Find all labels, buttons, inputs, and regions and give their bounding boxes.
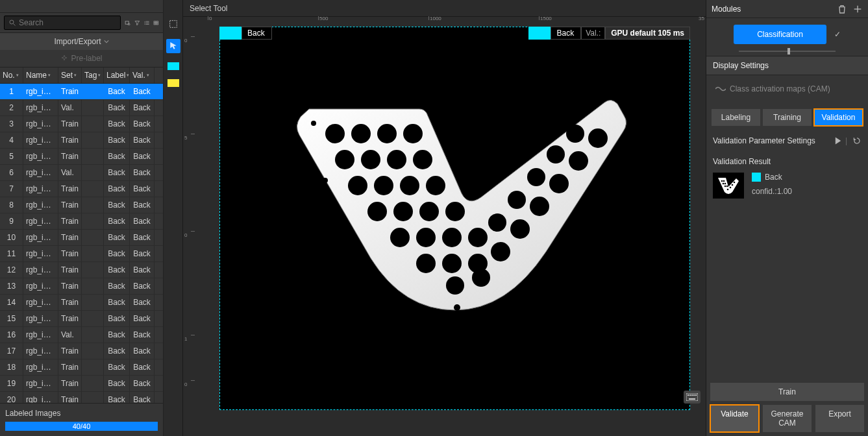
table-row[interactable]: 3rgb_ima...TrainBackBack xyxy=(0,116,163,132)
canvas[interactable]: Back Back Val.: GPU default 105 ms xyxy=(195,23,706,436)
svg-point-22 xyxy=(413,150,432,169)
ruler-horizontal: 05001000150035 xyxy=(195,17,706,23)
classification-button[interactable]: Classification xyxy=(734,25,826,44)
table-row[interactable]: 17rgb_ima...TrainBackBack xyxy=(0,343,163,359)
result-confidence: confid.:1.00 xyxy=(752,187,792,196)
svg-point-46 xyxy=(488,213,506,232)
svg-point-66 xyxy=(723,183,725,185)
chevron-down-icon xyxy=(104,39,109,44)
labeled-progress: 40/40 xyxy=(5,422,158,431)
check-icon: ✓ xyxy=(834,30,841,39)
svg-point-33 xyxy=(442,228,462,247)
svg-point-40 xyxy=(491,242,510,261)
svg-point-36 xyxy=(442,254,462,273)
overlay-left-swatch xyxy=(219,27,242,40)
svg-point-44 xyxy=(569,151,588,171)
table-row[interactable]: 11rgb_ima...TrainBackBack xyxy=(0,246,163,262)
table-row[interactable]: 16rgb_ima...Val.BackBack xyxy=(0,327,163,343)
table-row[interactable]: 13rgb_ima...TrainBackBack xyxy=(0,278,163,295)
svg-point-29 xyxy=(419,202,439,221)
delete-icon[interactable] xyxy=(837,4,847,14)
overlay-right-label: Back xyxy=(551,27,581,40)
col-label[interactable]: Label▾ xyxy=(104,67,130,83)
svg-point-21 xyxy=(387,150,406,169)
tool-marquee[interactable] xyxy=(166,17,180,31)
svg-point-69 xyxy=(726,186,728,188)
svg-point-70 xyxy=(727,189,729,191)
table-row[interactable]: 4rgb_ima...TrainBackBack xyxy=(0,132,163,149)
col-name[interactable]: Name▾ xyxy=(23,67,58,83)
col-no[interactable]: No.▾ xyxy=(0,67,23,83)
table-row[interactable]: 20rgb_ima...TrainBackBack xyxy=(0,392,163,403)
import-export-button[interactable]: Import/Export xyxy=(0,33,163,50)
grid-icon[interactable] xyxy=(153,17,159,29)
svg-rect-55 xyxy=(688,394,689,396)
display-settings-title: Display Settings xyxy=(706,56,868,75)
list-icon[interactable] xyxy=(144,17,150,29)
cam-toggle[interactable]: Class activation maps (CAM) xyxy=(706,75,868,105)
search-box[interactable] xyxy=(4,16,121,30)
table-row[interactable]: 18rgb_ima...TrainBackBack xyxy=(0,359,163,376)
funnel-icon[interactable] xyxy=(134,17,140,29)
canvas-overlay: Back Back Val.: GPU default 105 ms xyxy=(219,27,690,40)
result-class-label: Back xyxy=(765,173,782,182)
svg-point-27 xyxy=(367,202,387,221)
validate-button[interactable]: Validate xyxy=(710,405,759,432)
svg-point-28 xyxy=(393,202,413,221)
table-row[interactable]: 8rgb_ima...TrainBackBack xyxy=(0,197,163,213)
table-row[interactable]: 12rgb_ima...TrainBackBack xyxy=(0,262,163,278)
svg-point-17 xyxy=(377,124,397,143)
svg-rect-54 xyxy=(686,393,698,401)
col-tag[interactable]: Tag▾ xyxy=(82,67,104,83)
table-row[interactable]: 2rgb_ima...Val.BackBack xyxy=(0,100,163,116)
wave-icon xyxy=(715,86,726,92)
keyboard-icon[interactable] xyxy=(684,391,701,404)
svg-point-67 xyxy=(725,183,726,185)
table-row[interactable]: 14rgb_ima...TrainBackBack xyxy=(0,295,163,311)
vps-label: Validation Parameter Settings xyxy=(713,136,815,145)
tab-training[interactable]: Training xyxy=(763,109,812,126)
svg-point-64 xyxy=(721,180,723,182)
plus-icon[interactable] xyxy=(852,4,863,14)
tab-labeling[interactable]: Labeling xyxy=(712,109,760,126)
svg-point-24 xyxy=(374,176,393,195)
col-set[interactable]: Set▾ xyxy=(58,67,82,83)
table-row[interactable]: 7rgb_ima...TrainBackBack xyxy=(0,181,163,197)
table-row[interactable]: 15rgb_ima...TrainBackBack xyxy=(0,311,163,327)
table-row[interactable]: 10rgb_ima...TrainBackBack xyxy=(0,230,163,246)
part-image xyxy=(273,83,637,330)
overlay-right-swatch xyxy=(528,27,551,40)
svg-point-7 xyxy=(144,21,145,21)
vps-expand-icon[interactable] xyxy=(834,136,843,145)
svg-point-26 xyxy=(426,176,445,195)
generate-cam-button[interactable]: Generate CAM xyxy=(763,405,812,432)
tool-select[interactable] xyxy=(166,39,180,53)
search-input[interactable] xyxy=(19,18,116,27)
svg-rect-57 xyxy=(691,394,693,396)
table-row[interactable]: 6rgb_ima...Val.BackBack xyxy=(0,165,163,181)
svg-point-53 xyxy=(454,304,460,311)
swatch-cyan[interactable] xyxy=(167,62,179,70)
vps-reset-icon[interactable] xyxy=(852,136,862,145)
train-button[interactable]: Train xyxy=(710,383,864,401)
svg-point-45 xyxy=(588,128,608,148)
table-row[interactable]: 19rgb_ima...TrainBackBack xyxy=(0,376,163,392)
svg-rect-13 xyxy=(156,23,158,24)
svg-rect-14 xyxy=(169,21,177,28)
export-button[interactable]: Export xyxy=(815,405,864,432)
table-row[interactable]: 1rgb_ima...TrainBackBack xyxy=(0,84,163,100)
labeled-progress-text: 40/40 xyxy=(5,422,158,431)
labeled-images-label: Labeled Images xyxy=(5,409,158,418)
tab-validation[interactable]: Validation xyxy=(814,109,863,126)
table-row[interactable]: 5rgb_ima...TrainBackBack xyxy=(0,149,163,165)
svg-point-0 xyxy=(10,20,14,24)
left-sidebar: Import/Export Pre-label No.▾ Name▾ Set▾ … xyxy=(0,0,164,436)
image-table[interactable]: No.▾ Name▾ Set▾ Tag▾ Label▾ Val.▾ 1rgb_i… xyxy=(0,67,163,403)
table-row[interactable]: 9rgb_ima...TrainBackBack xyxy=(0,213,163,230)
svg-point-25 xyxy=(400,176,419,195)
col-val[interactable]: Val.▾ xyxy=(130,67,155,83)
swatch-yellow[interactable] xyxy=(167,79,179,87)
image-filter-icon[interactable] xyxy=(125,17,130,29)
svg-point-50 xyxy=(566,125,584,143)
module-slider-handle[interactable] xyxy=(787,48,790,54)
